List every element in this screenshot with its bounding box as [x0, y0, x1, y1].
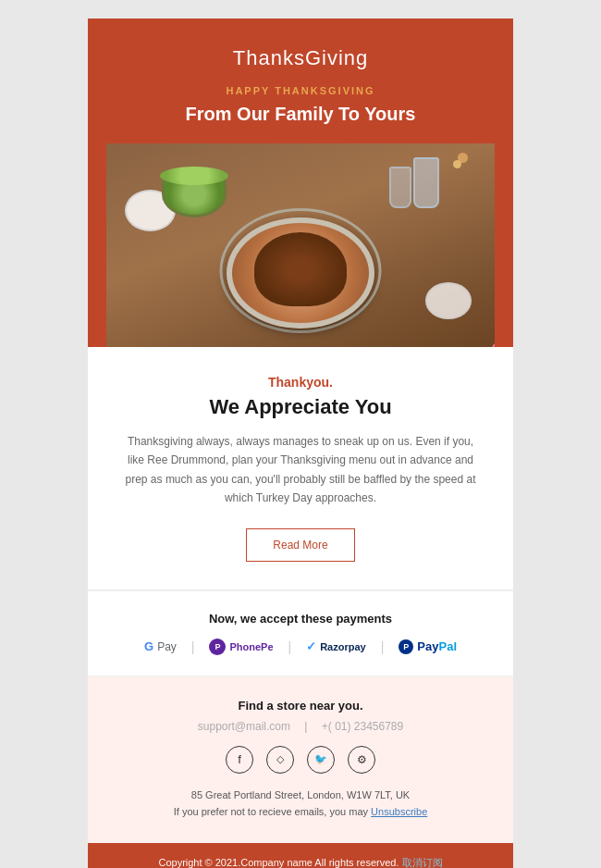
phonepay-label: PhonePe: [229, 641, 273, 652]
gpay-icon: G: [144, 639, 153, 653]
razorpay-label: Razorpay: [320, 641, 366, 652]
gpay-label: Pay: [157, 640, 177, 653]
header-tagline: From Our Family To Yours: [106, 104, 495, 125]
footer-contact-info: support@mail.com | +( 01) 23456789: [106, 720, 495, 733]
gpay-badge: G Pay: [144, 639, 177, 653]
header-title: ThanksGiving: [106, 46, 495, 70]
payment-icons-row: G Pay | P PhonePe | ✓ Razorpay | P PayPa…: [106, 639, 495, 655]
content-section: Thankyou. We Appreciate You Thanksgiving…: [88, 347, 513, 590]
footer-address: 85 Great Portland Street, London, W1W 7L…: [106, 787, 495, 821]
content-heading: We Appreciate You: [125, 395, 476, 419]
footer-email: support@mail.com: [198, 720, 290, 733]
paypal-label: PayPal: [417, 639, 457, 653]
copyright-link[interactable]: 取消订阅: [402, 857, 443, 868]
footer-contact-section: Find a store near you. support@mail.com …: [88, 676, 513, 843]
paypal-icon: P: [399, 639, 413, 654]
paypal-badge: P PayPal: [399, 639, 457, 654]
facebook-icon[interactable]: f: [226, 746, 253, 774]
payments-title: Now, we accept these payments: [106, 612, 495, 626]
footer-divider: |: [304, 720, 310, 733]
copyright-section: Copyright © 2021.Company name All rights…: [88, 843, 513, 868]
social-icons-row: f ◇ 🐦 ⚙: [106, 746, 495, 774]
razorpay-badge: ✓ Razorpay: [306, 639, 366, 653]
content-body: Thanksgiving always, always manages to s…: [125, 432, 476, 508]
email-header: ThanksGiving HAPPY THANKSGIVING From Our…: [88, 19, 513, 347]
instagram-icon[interactable]: ◇: [266, 746, 294, 774]
read-more-button[interactable]: Read More: [246, 528, 354, 562]
twitter-icon[interactable]: 🐦: [307, 746, 335, 774]
thanksgiving-image: [106, 143, 495, 347]
unsubscribe-link[interactable]: Unsubscribe: [371, 806, 427, 817]
copyright-text: Copyright © 2021.Company name All rights…: [158, 857, 399, 868]
footer-find-store: Find a store near you.: [106, 699, 495, 713]
unsubscribe-prefix: If you prefer not to recieve emails, you…: [174, 806, 371, 817]
settings-icon[interactable]: ⚙: [348, 746, 375, 774]
payments-section: Now, we accept these payments G Pay | P …: [88, 590, 513, 676]
unsubscribe-line: If you prefer not to recieve emails, you…: [106, 803, 495, 821]
header-subtitle: HAPPY THANKSGIVING: [106, 85, 495, 96]
razorpay-icon: ✓: [306, 639, 316, 653]
footer-phone: +( 01) 23456789: [322, 720, 403, 733]
address-line: 85 Great Portland Street, London, W1W 7L…: [106, 787, 495, 804]
phonepay-badge: P PhonePe: [209, 639, 273, 655]
phonepay-icon: P: [209, 639, 226, 655]
email-container: ThanksGiving HAPPY THANKSGIVING From Our…: [88, 19, 513, 868]
thanks-label: Thankyou.: [125, 375, 476, 390]
